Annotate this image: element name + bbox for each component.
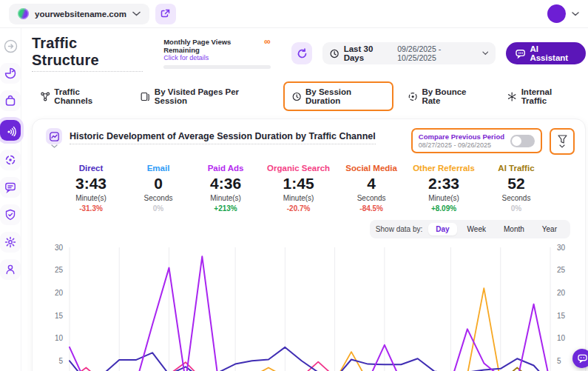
svg-text:30: 30 <box>557 244 566 252</box>
refresh-button[interactable] <box>291 42 313 64</box>
tab-by-visited-pages[interactable]: By Visited Pages Per Session <box>132 81 277 111</box>
metric-value: 4 <box>345 175 397 193</box>
svg-text:15: 15 <box>557 312 566 320</box>
tab-label: Internal Traffic <box>521 87 577 105</box>
tab-label: By Session Duration <box>305 87 385 105</box>
metric-direct[interactable]: Direct 3:43 Minute(s) -31.3% <box>65 164 117 213</box>
metric-label: Organic Search <box>267 164 330 173</box>
metric-change: +8.09% <box>413 204 475 213</box>
show-data-by-label: Show data by: <box>376 225 422 233</box>
bounce-target-icon <box>408 92 417 101</box>
metric-other-referrals[interactable]: Other Referrals 2:33 Minute(s) +8.09% <box>413 164 475 213</box>
card-title-icon[interactable] <box>46 128 62 148</box>
metric-value: 4:36 <box>200 175 251 193</box>
quota-details-link[interactable]: Click for details <box>163 54 271 61</box>
pie-chart-icon <box>4 67 16 79</box>
tab-label: By Bounce Rate <box>422 87 484 105</box>
tab-by-bounce-rate[interactable]: By Bounce Rate <box>399 81 493 111</box>
tab-by-session-duration[interactable]: By Session Duration <box>283 81 393 111</box>
metric-label: Social Media <box>345 164 397 173</box>
metric-value: 0 <box>132 175 184 193</box>
filter-button[interactable] <box>550 128 575 155</box>
network-icon <box>41 92 50 101</box>
tab-internal-traffic[interactable]: Internal Traffic <box>499 81 586 111</box>
ai-assistant-label: AI Assistant <box>530 44 576 62</box>
radar-signal-icon <box>4 124 16 136</box>
chevron-down-icon <box>132 11 141 16</box>
svg-text:30: 30 <box>55 244 64 252</box>
metric-unit: Minute(s) <box>65 194 117 202</box>
chart-line-icon <box>50 132 59 141</box>
metric-social-media[interactable]: Social Media 4 Seconds -84.5% <box>345 164 397 213</box>
funnel-icon <box>558 135 567 144</box>
metric-change: -20.7% <box>267 204 330 213</box>
metric-unit: Seconds <box>132 194 184 202</box>
pages-icon <box>141 92 149 101</box>
site-name: yourwebsitename.com <box>35 10 126 19</box>
metric-organic-search[interactable]: Organic Search 1:45 Minute(s) -20.7% <box>267 164 330 213</box>
svg-text:15: 15 <box>55 312 64 320</box>
collapse-arrow-icon <box>4 39 18 53</box>
refresh-icon <box>297 48 308 59</box>
svg-text:20: 20 <box>557 289 566 297</box>
metric-change: 0% <box>490 204 542 213</box>
target-icon <box>4 154 16 166</box>
open-external-button[interactable] <box>155 4 176 24</box>
quota-widget: Monthly Page Views Remaining ∞ Click for… <box>163 38 271 69</box>
content: Traffic Structure Monthly Page Views Rem… <box>21 28 588 371</box>
compare-period-label: Compare Previous Period <box>419 133 504 141</box>
avatar-chevron-icon[interactable] <box>572 12 579 16</box>
compare-toggle[interactable] <box>510 135 535 147</box>
sidebar-item-commerce[interactable] <box>0 90 21 111</box>
compare-period-box: Compare Previous Period 08/27/2025 - 09/… <box>411 128 542 153</box>
topbar: yourwebsitename.com <box>0 0 588 28</box>
quota-label: Monthly Page Views Remaining <box>163 38 264 54</box>
site-selector[interactable]: yourwebsitename.com <box>9 4 149 24</box>
user-pin-icon <box>4 264 16 275</box>
quota-progressbar <box>163 65 271 69</box>
user-avatar[interactable] <box>547 4 566 23</box>
svg-text:10: 10 <box>557 334 566 342</box>
metric-label: Email <box>132 164 184 173</box>
metric-value: 3:43 <box>65 175 117 193</box>
granularity-month[interactable]: Month <box>496 223 532 235</box>
metric-change: -31.3% <box>65 204 117 213</box>
granularity-day[interactable]: Day <box>428 223 456 235</box>
gear-icon <box>4 236 16 248</box>
metric-ai-traffic[interactable]: AI Traffic 52 Seconds 0% <box>490 164 542 213</box>
metric-value: 2:33 <box>413 175 475 193</box>
sidebar-collapse-button[interactable] <box>0 36 21 56</box>
metric-email[interactable]: Email 0 Seconds 0% <box>132 164 184 213</box>
card-title: Historic Development of Average Session … <box>70 131 376 144</box>
tab-label: By Visited Pages Per Session <box>155 87 268 105</box>
granularity-switcher: Show data by: Day Week Month Year <box>370 220 570 238</box>
sidebar-item-visitors[interactable] <box>0 259 21 280</box>
line-chart[interactable]: 09/26/202509/29/202510/02/202510/06/2025… <box>41 241 576 371</box>
metric-change: 0% <box>132 204 184 213</box>
sidebar <box>0 28 21 371</box>
svg-text:5: 5 <box>58 357 63 365</box>
shopping-bag-icon <box>4 95 16 107</box>
granularity-week[interactable]: Week <box>460 223 493 235</box>
metric-unit: Seconds <box>345 194 397 202</box>
metric-paid-ads[interactable]: Paid Ads 4:36 Minute(s) +213% <box>200 164 251 213</box>
globe-icon <box>18 8 29 19</box>
metrics-row: Direct 3:43 Minute(s) -31.3% Email 0 Sec… <box>41 155 576 217</box>
compare-period-dates: 08/27/2025 - 09/26/2025 <box>419 141 504 149</box>
granularity-year[interactable]: Year <box>535 223 564 235</box>
metric-unit: Minute(s) <box>200 194 251 202</box>
sidebar-item-dashboard[interactable] <box>0 63 21 84</box>
tab-traffic-channels[interactable]: Traffic Channels <box>32 81 126 111</box>
sidebar-item-security[interactable] <box>0 204 21 225</box>
metric-label: Other Referrals <box>413 164 475 173</box>
sidebar-item-feedback[interactable] <box>0 177 21 198</box>
svg-text:25: 25 <box>55 266 64 274</box>
metric-value: 52 <box>490 175 542 193</box>
chat-bubble-icon <box>578 354 587 363</box>
date-range-picker[interactable]: Last 30 Days 09/26/2025 - 10/25/2025 <box>322 42 496 64</box>
chat-fab[interactable] <box>572 349 588 368</box>
ai-assistant-button[interactable]: AI Assistant <box>506 42 586 64</box>
sidebar-item-settings[interactable] <box>0 232 21 253</box>
sidebar-item-goals[interactable] <box>0 150 21 170</box>
sidebar-item-traffic[interactable] <box>0 120 21 141</box>
